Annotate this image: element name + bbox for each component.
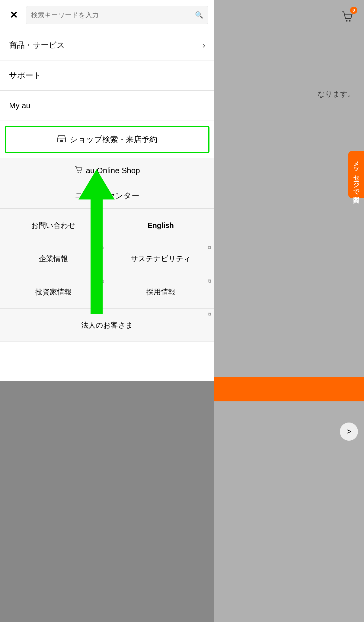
nav-item-products[interactable]: 商品・サービス › [0, 30, 214, 60]
cart-icon [74, 165, 83, 174]
nav-item-products-label: 商品・サービス [9, 40, 65, 50]
company-info-label: 企業情報 [39, 254, 68, 264]
company-info-button[interactable]: 企業情報 ⧉ [0, 242, 107, 275]
english-label: English [148, 221, 174, 230]
online-shop-label: au Online Shop [86, 166, 140, 175]
svg-point-5 [80, 172, 81, 173]
orange-banner-partial [214, 377, 364, 401]
news-center-label: ニュースセンター [75, 190, 139, 201]
contact-button[interactable]: お問い合わせ [0, 209, 107, 242]
shop-icon [57, 135, 66, 144]
sustainability-label: サステナビリティ [131, 254, 191, 264]
menu-grid: お問い合わせ English 企業情報 ⧉ サステナビリティ ⧉ 投資家情報 ⧉… [0, 209, 214, 309]
online-shop-icon [74, 165, 83, 176]
close-button[interactable]: ✕ [6, 8, 21, 23]
contact-label: お問い合わせ [31, 221, 76, 230]
nav-item-support[interactable]: サポート [0, 60, 214, 91]
search-icon[interactable]: 🔍 [195, 11, 203, 19]
svg-point-4 [78, 172, 79, 173]
svg-point-1 [349, 20, 351, 22]
search-input[interactable] [31, 11, 195, 19]
search-input-wrapper: 🔍 [26, 6, 208, 24]
cart-area: 0 [337, 6, 358, 27]
message-button[interactable]: メッセージで質問 [348, 151, 364, 198]
search-bar: ✕ 🔍 [0, 0, 214, 30]
store-icon [57, 135, 66, 142]
investor-info-button[interactable]: 投資家情報 ⧉ [0, 275, 107, 309]
investor-info-label: 投資家情報 [35, 287, 72, 297]
sustainability-button[interactable]: サステナビリティ ⧉ [107, 242, 214, 275]
right-panel-background: なります。 [214, 0, 364, 622]
background-text: なります。 [318, 89, 355, 99]
svg-point-0 [346, 20, 348, 22]
recruitment-label: 採用情報 [146, 287, 175, 297]
external-link-icon: ⧉ [208, 278, 211, 284]
recruitment-button[interactable]: 採用情報 ⧉ [107, 275, 214, 309]
next-arrow-button[interactable]: > [340, 423, 358, 441]
shop-search-button[interactable]: ショップ検索・来店予約 [5, 126, 209, 153]
svg-rect-3 [60, 140, 63, 142]
external-link-icon: ⧉ [101, 245, 104, 251]
external-link-icon: ⧉ [208, 312, 211, 317]
online-shop-button[interactable]: au Online Shop [0, 158, 214, 183]
chevron-right-icon: > [346, 427, 351, 436]
cart-badge: 0 [350, 7, 357, 14]
chevron-right-icon: › [203, 40, 205, 50]
news-center-button[interactable]: ニュースセンター [0, 183, 214, 209]
cart-button[interactable]: 0 [337, 6, 358, 27]
external-link-icon: ⧉ [208, 245, 211, 251]
external-link-icon: ⧉ [101, 278, 104, 284]
menu-panel: ✕ 🔍 商品・サービス › サポート My au ショップ検索・来店予約 [0, 0, 214, 381]
shop-search-label: ショップ検索・来店予約 [70, 134, 157, 145]
corporate-customers-button[interactable]: 法人のお客さま ⧉ [0, 309, 214, 342]
nav-item-myau-label: My au [9, 101, 30, 110]
corporate-customers-label: 法人のお客さま [81, 320, 133, 330]
nav-item-support-label: サポート [9, 70, 41, 81]
english-button[interactable]: English [107, 209, 214, 242]
nav-item-myau[interactable]: My au [0, 91, 214, 121]
